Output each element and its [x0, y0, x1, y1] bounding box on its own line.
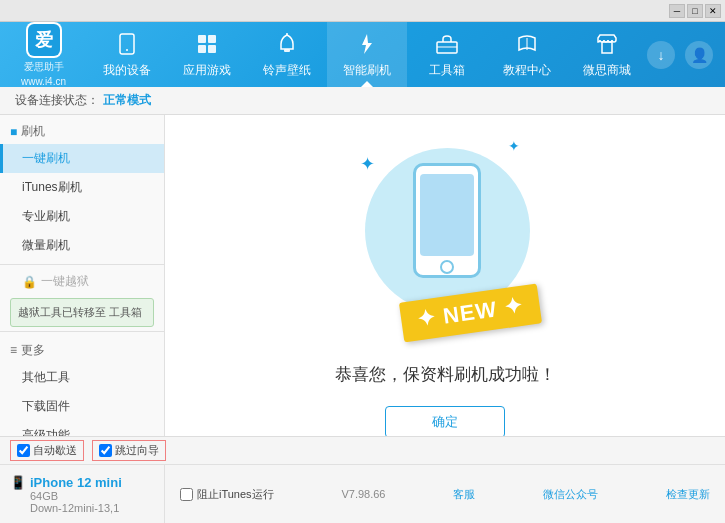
- version-text: V7.98.66: [341, 488, 385, 500]
- wechat-flash-label: 微量刷机: [22, 238, 70, 252]
- svg-rect-7: [208, 45, 216, 53]
- itunes-flash-label: iTunes刷机: [22, 180, 82, 194]
- window-controls[interactable]: ─ □ ✕: [669, 4, 721, 18]
- app-icon: [193, 30, 221, 58]
- nav-smart-flash[interactable]: 智能刷机: [327, 22, 407, 87]
- download-button[interactable]: ↓: [647, 41, 675, 69]
- nav-items: 我的设备 应用游戏 铃声壁纸 智能刷机 工具箱: [87, 22, 647, 87]
- sparkle-left: ✦: [360, 153, 375, 175]
- status-bar: 设备连接状态： 正常模式: [0, 87, 725, 115]
- header-right: ↓ 👤: [647, 41, 725, 69]
- nav-shop-label: 微思商城: [583, 62, 631, 79]
- confirm-button[interactable]: 确定: [385, 406, 505, 438]
- maximize-button[interactable]: □: [687, 4, 703, 18]
- nav-my-device[interactable]: 我的设备: [87, 22, 167, 87]
- device-title-row: 📱 iPhone 12 mini: [10, 475, 154, 490]
- customer-service-link[interactable]: 客服: [453, 487, 475, 502]
- device-row: 📱 iPhone 12 mini 64GB Down-12mini-13,1 阻…: [0, 465, 725, 523]
- sidebar-item-wechat-flash[interactable]: 微量刷机: [0, 231, 164, 260]
- app-header: 爱 爱思助手 www.i4.cn 我的设备 应用游戏 铃声壁纸: [0, 22, 725, 87]
- sidebar-item-download-firmware[interactable]: 下载固件: [0, 392, 164, 421]
- checkbox-skip-wizard-wrapper: 跳过向导: [92, 440, 166, 461]
- nav-toolbox[interactable]: 工具箱: [407, 22, 487, 87]
- sidebar-section-flash: ■ 刷机: [0, 115, 164, 144]
- checkbox-auto-close-wrapper: 自动歇送: [10, 440, 84, 461]
- stop-itunes-checkbox[interactable]: [180, 488, 193, 501]
- nav-tutorial-label: 教程中心: [503, 62, 551, 79]
- stop-itunes[interactable]: 阻止iTunes运行: [180, 487, 274, 502]
- logo-svg: 爱: [28, 24, 60, 56]
- phone-home-button: [440, 260, 454, 274]
- skip-wizard-checkbox[interactable]: [99, 444, 112, 457]
- sidebar-item-other-tools[interactable]: 其他工具: [0, 363, 164, 392]
- jailbreak-section-label: 一键越狱: [41, 273, 89, 290]
- nav-ringtone[interactable]: 铃声壁纸: [247, 22, 327, 87]
- success-message: 恭喜您，保资料刷机成功啦！: [335, 363, 556, 386]
- jailbreak-info-box: 越狱工具已转移至 工具箱: [10, 298, 154, 327]
- phone-shape: [413, 163, 481, 278]
- nav-tutorial[interactable]: 教程中心: [487, 22, 567, 87]
- toolbox-icon: [433, 30, 461, 58]
- device-icon: [113, 30, 141, 58]
- phone-screen: [420, 174, 474, 256]
- svg-rect-4: [198, 35, 206, 43]
- user-button[interactable]: 👤: [685, 41, 713, 69]
- shop-icon: [593, 30, 621, 58]
- auto-close-label[interactable]: 自动歇送: [33, 443, 77, 458]
- nav-app-games-label: 应用游戏: [183, 62, 231, 79]
- stop-itunes-label: 阻止iTunes运行: [197, 487, 274, 502]
- minimize-button[interactable]: ─: [669, 4, 685, 18]
- lock-icon: 🔒: [22, 275, 37, 289]
- logo-icon: 爱: [26, 22, 62, 58]
- svg-rect-5: [208, 35, 216, 43]
- more-section-label: 更多: [21, 342, 45, 359]
- flash-icon: [353, 30, 381, 58]
- svg-text:爱: 爱: [35, 30, 53, 50]
- flash-section-label: 刷机: [21, 123, 45, 140]
- check-update-link[interactable]: 检查更新: [666, 487, 710, 502]
- sidebar-item-pro-flash[interactable]: 专业刷机: [0, 202, 164, 231]
- tutorial-icon: [513, 30, 541, 58]
- device-storage: 64GB: [10, 490, 154, 502]
- device-info: 📱 iPhone 12 mini 64GB Down-12mini-13,1: [0, 465, 165, 523]
- status-label: 设备连接状态：: [15, 92, 99, 109]
- one-key-flash-label: 一键刷机: [22, 151, 70, 165]
- sidebar-item-one-key-flash[interactable]: 一键刷机: [0, 144, 164, 173]
- nav-toolbox-label: 工具箱: [429, 62, 465, 79]
- sidebar-divider-1: [0, 264, 164, 265]
- pro-flash-label: 专业刷机: [22, 209, 70, 223]
- close-button[interactable]: ✕: [705, 4, 721, 18]
- nav-smart-flash-label: 智能刷机: [343, 62, 391, 79]
- illustration-container: ✦ ✦ ✦ NEW ✦: [345, 133, 545, 343]
- more-section-icon: ≡: [10, 343, 17, 357]
- logo-name: 爱思助手: [24, 60, 64, 74]
- nav-my-device-label: 我的设备: [103, 62, 151, 79]
- success-illustration: ✦ ✦ ✦ NEW ✦ 恭喜您，保资料刷机成功啦！ 确定 查看日志: [335, 133, 556, 475]
- logo-area: 爱 爱思助手 www.i4.cn: [0, 22, 87, 87]
- footer-right: 阻止iTunes运行 V7.98.66 客服 微信公众号 检查更新: [165, 487, 725, 502]
- checkboxes-row: 自动歇送 跳过向导: [0, 437, 725, 465]
- download-firmware-label: 下载固件: [22, 399, 70, 413]
- app-footer: 自动歇送 跳过向导 📱 iPhone 12 mini 64GB Down-12m…: [0, 436, 725, 523]
- sparkle-right: ✦: [508, 138, 520, 154]
- svg-rect-13: [602, 42, 612, 53]
- status-value: 正常模式: [103, 92, 151, 109]
- auto-close-checkbox[interactable]: [17, 444, 30, 457]
- sidebar-item-itunes-flash[interactable]: iTunes刷机: [0, 173, 164, 202]
- device-name: iPhone 12 mini: [30, 475, 122, 490]
- other-tools-label: 其他工具: [22, 370, 70, 384]
- device-version: Down-12mini-13,1: [10, 502, 154, 514]
- ringtone-icon: [273, 30, 301, 58]
- nav-shop[interactable]: 微思商城: [567, 22, 647, 87]
- skip-wizard-label[interactable]: 跳过向导: [115, 443, 159, 458]
- svg-rect-8: [284, 49, 290, 52]
- phone-icon: 📱: [10, 475, 26, 490]
- nav-ringtone-label: 铃声壁纸: [263, 62, 311, 79]
- svg-rect-6: [198, 45, 206, 53]
- sidebar-section-more: ≡ 更多: [0, 336, 164, 363]
- sidebar-divider-2: [0, 331, 164, 332]
- sidebar-section-jailbreak: 🔒 一键越狱: [0, 269, 164, 294]
- logo-url: www.i4.cn: [21, 76, 66, 87]
- nav-app-games[interactable]: 应用游戏: [167, 22, 247, 87]
- wechat-public-link[interactable]: 微信公众号: [543, 487, 598, 502]
